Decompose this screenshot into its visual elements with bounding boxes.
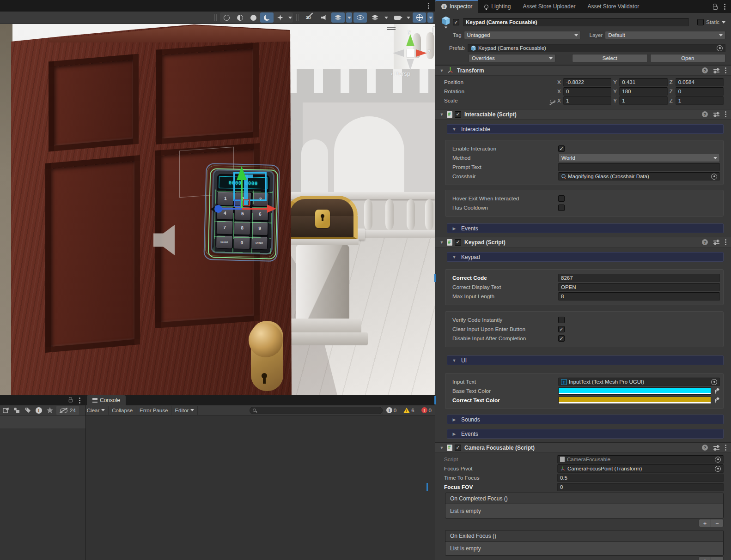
foldout-arrow-icon[interactable]: ▼: [439, 68, 445, 73]
component-menu-icon[interactable]: [725, 70, 726, 71]
tab-inspector[interactable]: i Inspector: [435, 0, 478, 13]
gameobject-cube-icon[interactable]: [441, 16, 451, 26]
scene-viewport[interactable]: 0000 0000 1 2 3 4 5 6 7 8 9 CLEAR 0 ENTE…: [0, 24, 435, 395]
event-add-button[interactable]: +: [699, 519, 711, 527]
tab-console[interactable]: Console: [87, 395, 126, 405]
focus-pivot-object-field[interactable]: CameraFocusPoint (Transform): [557, 464, 724, 473]
interactable-foldout[interactable]: ▼ Interactable: [447, 124, 724, 134]
correct-display-text-field[interactable]: OPEN: [558, 283, 720, 291]
position-z-field[interactable]: 0.0584: [676, 78, 724, 86]
scale-x-field[interactable]: 1: [563, 96, 611, 105]
audio-mute-toggle[interactable]: [317, 12, 330, 23]
scale-z-field[interactable]: 1: [676, 96, 724, 105]
overlay-menu-icon[interactable]: [387, 27, 396, 30]
component-enabled-checkbox[interactable]: [455, 445, 461, 451]
gizmo-x-cone[interactable]: [416, 49, 427, 57]
filter-by-type-icon[interactable]: [11, 406, 22, 415]
doorknob[interactable]: [249, 323, 283, 357]
error-count-toggle[interactable]: ! 0: [418, 406, 435, 415]
tab-asset-store-uploader[interactable]: Asset Store Uploader: [517, 0, 581, 13]
gizmos-toggle[interactable]: [413, 12, 426, 23]
treasure-chest[interactable]: [286, 196, 358, 239]
constrain-proportions-icon[interactable]: [549, 98, 555, 104]
object-picker-icon[interactable]: [715, 457, 721, 463]
rotation-z-field[interactable]: 0: [676, 87, 724, 96]
disable-input-checkbox[interactable]: [558, 335, 565, 342]
active-checkbox[interactable]: [453, 19, 459, 25]
verify-code-checkbox[interactable]: [558, 317, 565, 323]
prompt-text-field[interactable]: [558, 163, 720, 171]
keypad-foldout[interactable]: ▼ Keypad: [447, 252, 724, 262]
help-icon[interactable]: ?: [702, 111, 708, 117]
max-input-length-field[interactable]: 8: [558, 292, 720, 301]
panel-menu-kebab-icon[interactable]: [79, 400, 80, 401]
move-gizmo-x-arrow[interactable]: [267, 205, 276, 213]
icon-picker-caret[interactable]: [445, 27, 447, 29]
inspector-lock-icon[interactable]: [713, 6, 718, 10]
help-icon[interactable]: ?: [702, 239, 708, 245]
toolbar-drag-handle[interactable]: [296, 14, 298, 21]
tag-dropdown[interactable]: Untagged: [464, 31, 581, 39]
eyedropper-icon[interactable]: [713, 397, 720, 404]
console-collapse-toggle[interactable]: Collapse: [109, 406, 136, 415]
layers-dropdown[interactable]: [383, 12, 389, 23]
component-enabled-checkbox[interactable]: [455, 111, 461, 118]
foldout-arrow-icon[interactable]: ▼: [439, 446, 445, 450]
base-text-color-swatch[interactable]: [558, 387, 711, 395]
shading-shaded-button[interactable]: [247, 12, 260, 23]
scale-y-field[interactable]: 1: [619, 96, 667, 105]
move-gizmo-z-handle[interactable]: [214, 205, 222, 213]
gizmo-lock-icon[interactable]: [433, 28, 433, 34]
has-cooldown-checkbox[interactable]: [558, 205, 565, 211]
interactable-header[interactable]: ▼ Interactable (Script) ?: [435, 109, 731, 120]
visual-effects-toggle[interactable]: [331, 12, 345, 23]
correct-code-field[interactable]: 8267: [558, 274, 720, 282]
shading-wireframe-button[interactable]: [220, 12, 233, 23]
rotation-y-field[interactable]: 180: [619, 87, 667, 96]
prefab-open-button[interactable]: Open: [650, 54, 726, 62]
inspector-menu-kebab-icon[interactable]: [724, 6, 725, 7]
gameobject-name-field[interactable]: Keypad (Camera Focusable): [463, 18, 689, 26]
projection-label[interactable]: ‹ Persp: [391, 70, 410, 77]
gizmo-y-cone[interactable]: [406, 34, 414, 46]
static-dropdown-caret[interactable]: [722, 21, 725, 24]
component-menu-icon[interactable]: [725, 114, 726, 115]
gizmos-dropdown[interactable]: [427, 12, 433, 23]
keypad-header[interactable]: ▼ Keypad (Script) ?: [435, 237, 731, 247]
foldout-arrow-icon[interactable]: ▼: [439, 240, 445, 245]
log-count-toggle[interactable]: ! 0: [383, 406, 400, 415]
shading-shaded-wire-button[interactable]: [233, 12, 247, 23]
correct-text-color-swatch[interactable]: [558, 397, 711, 404]
camera-focusable-header[interactable]: ▼ Camera Focusable (Script) ?: [435, 443, 731, 453]
visual-effects-dropdown[interactable]: [346, 12, 352, 23]
toolbar-drag-handle[interactable]: [214, 14, 217, 21]
gizmo-center-cube[interactable]: [407, 49, 414, 57]
panel-divider[interactable]: [85, 395, 86, 560]
rotation-x-field[interactable]: 0: [563, 87, 611, 96]
move-gizmo-z-axis[interactable]: [221, 208, 242, 210]
console-search-input[interactable]: [258, 408, 379, 413]
time-to-focus-field[interactable]: 0.5: [557, 474, 724, 482]
preset-icon[interactable]: [713, 68, 719, 73]
console-editor-dropdown[interactable]: Editor: [171, 406, 198, 415]
component-enabled-checkbox[interactable]: [455, 239, 461, 246]
gizmo-left-cone[interactable]: [393, 49, 404, 57]
2d-view-toggle[interactable]: 2D: [302, 12, 315, 23]
scene-menu-kebab-icon[interactable]: [428, 5, 429, 6]
console-search-field[interactable]: [250, 407, 382, 414]
sounds-foldout[interactable]: ▶ Sounds: [447, 415, 724, 424]
open-new-window-icon[interactable]: [0, 406, 11, 415]
focus-fov-field[interactable]: 0: [557, 483, 724, 491]
scene-visibility-toggle[interactable]: [353, 12, 367, 23]
method-dropdown[interactable]: World: [558, 154, 720, 162]
enable-interaction-checkbox[interactable]: [558, 145, 565, 152]
panel-lock-icon[interactable]: [69, 399, 73, 403]
object-picker-icon[interactable]: [715, 466, 721, 472]
gizmo-down-cone[interactable]: [407, 59, 414, 70]
camera-settings-button[interactable]: [390, 12, 404, 23]
overrides-dropdown[interactable]: Overrides: [469, 54, 555, 62]
position-y-field[interactable]: 0.431: [619, 78, 667, 86]
warning-count-toggle[interactable]: 6: [400, 406, 417, 415]
ui-foldout[interactable]: ▼ UI: [447, 355, 724, 365]
crosshair-object-field[interactable]: Magnifying Glass (Crosshair Data): [558, 172, 720, 181]
